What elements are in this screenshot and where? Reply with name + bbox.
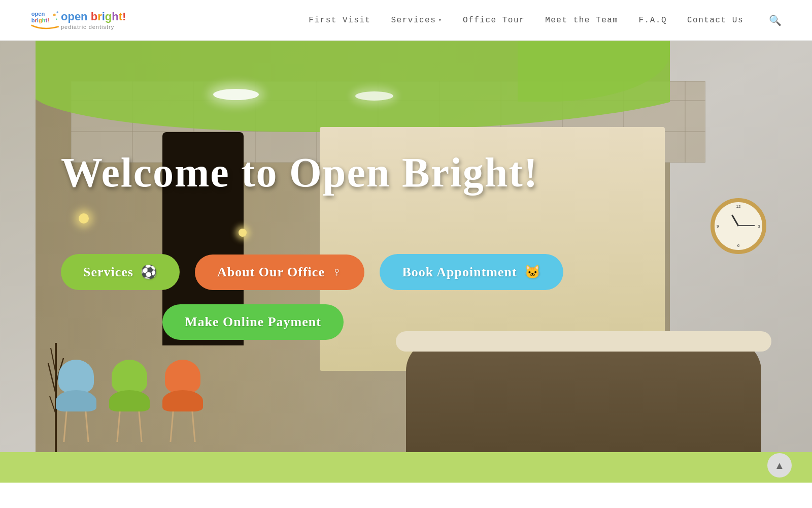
lamp-left bbox=[79, 213, 89, 224]
reception-desk bbox=[406, 340, 761, 452]
about-office-label: About Our Office bbox=[217, 265, 325, 280]
online-payment-label: Make Online Payment bbox=[185, 314, 321, 330]
book-appointment-icon: 🐱 bbox=[524, 264, 541, 280]
nav-first-visit[interactable]: First Visit bbox=[309, 16, 370, 25]
ceiling-light-2 bbox=[355, 91, 393, 101]
about-office-button[interactable]: About Our Office ♀ bbox=[195, 255, 364, 290]
logo-subtitle: pediatric dentistry bbox=[61, 24, 126, 30]
footer-green-bar bbox=[0, 452, 812, 483]
chairs-area bbox=[56, 360, 203, 442]
scroll-up-button[interactable]: ▲ bbox=[767, 453, 792, 478]
nav-contact-us[interactable]: Contact Us bbox=[687, 16, 743, 25]
nav-services[interactable]: Services ▾ bbox=[391, 16, 443, 25]
svg-point-2 bbox=[53, 14, 56, 16]
chair-orange bbox=[162, 360, 203, 442]
chair-green bbox=[109, 360, 150, 442]
book-appointment-label: Book Appointment bbox=[402, 265, 517, 280]
about-office-icon: ♀ bbox=[332, 265, 343, 280]
book-appointment-button[interactable]: Book Appointment 🐱 bbox=[380, 254, 563, 290]
services-button-label: Services bbox=[83, 265, 133, 280]
logo-icon: open bright! bbox=[30, 6, 61, 34]
lamp-right bbox=[239, 229, 247, 237]
hero-section: 12 6 3 9 bbox=[0, 41, 812, 483]
nav-office-tour[interactable]: Office Tour bbox=[463, 16, 525, 25]
svg-text:open: open bbox=[31, 11, 45, 17]
services-button-icon: ⚽ bbox=[141, 264, 157, 280]
chevron-up-icon: ▲ bbox=[774, 460, 785, 471]
svg-text:bright!: bright! bbox=[31, 17, 49, 23]
search-icon[interactable]: 🔍 bbox=[769, 14, 782, 26]
cta-buttons-area: Services ⚽ About Our Office ♀ Book Appoi… bbox=[61, 254, 563, 340]
logo-text: open bright! bbox=[61, 10, 126, 23]
main-nav: First Visit Services ▾ Office Tour Meet … bbox=[309, 14, 782, 26]
svg-point-3 bbox=[56, 11, 58, 13]
online-payment-button[interactable]: Make Online Payment bbox=[162, 304, 344, 340]
chevron-down-icon: ▾ bbox=[438, 16, 443, 24]
wall-clock: 12 6 3 9 bbox=[710, 198, 766, 254]
cta-row-1: Services ⚽ About Our Office ♀ Book Appoi… bbox=[61, 254, 563, 290]
welcome-heading: Welcome to Open Bright! bbox=[61, 150, 538, 196]
services-button[interactable]: Services ⚽ bbox=[61, 254, 180, 290]
cta-row-2: Make Online Payment bbox=[61, 304, 563, 340]
chair-blue bbox=[56, 360, 96, 442]
ceiling-light-1 bbox=[213, 89, 259, 100]
nav-faq[interactable]: F.A.Q bbox=[638, 16, 667, 25]
svg-point-4 bbox=[56, 19, 57, 20]
logo-area: open bright! open bright! pediatric dent… bbox=[30, 6, 126, 34]
nav-meet-team[interactable]: Meet the Team bbox=[545, 16, 618, 25]
header: open bright! open bright! pediatric dent… bbox=[0, 0, 812, 41]
